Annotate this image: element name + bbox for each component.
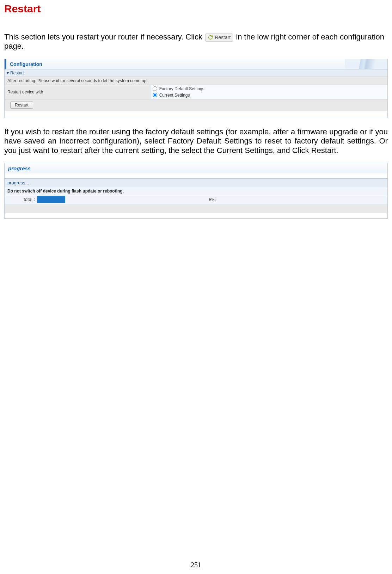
option-factory-default-label: Factory Default Settings	[159, 86, 204, 91]
restart-section-row[interactable]: ▾Restart	[5, 69, 387, 77]
progress-panel: progress progress... Do not switch off d…	[4, 163, 388, 219]
progress-track: 8%	[37, 196, 387, 203]
radio-factory-default[interactable]	[153, 86, 157, 91]
restart-button-row: Restart	[5, 99, 387, 111]
restart-section-label: Restart	[10, 71, 24, 75]
option-factory-default[interactable]: Factory Default Settings	[153, 86, 385, 92]
caret-down-icon: ▾	[7, 71, 9, 75]
option-current-settings-label: Current Settings	[159, 93, 190, 98]
inline-restart-label: Restart	[215, 35, 231, 41]
intro-text-pre: This section lets you restart your route…	[4, 32, 204, 41]
restart-options-row: Restart device with Factory Default Sett…	[5, 85, 387, 99]
intro-paragraph: This section lets you restart your route…	[4, 32, 388, 51]
restart-info-text: After restarting. Please wait for severa…	[5, 77, 387, 85]
progress-warning: Do not switch off device during flash up…	[5, 187, 387, 195]
progress-panel-header: progress	[5, 163, 387, 173]
progress-panel-empty-row	[5, 204, 387, 213]
inline-restart-button-sample: Restart	[205, 33, 233, 42]
progress-panel-bottom-space	[5, 213, 387, 218]
progress-label: total :	[5, 197, 37, 202]
progress-subheader: progress...	[5, 178, 387, 187]
panel-footer-space	[5, 111, 387, 118]
restart-button[interactable]: Restart	[10, 102, 33, 109]
page-title: Restart	[4, 3, 388, 15]
header-decoration	[345, 59, 387, 69]
progress-panel-spacer	[5, 173, 387, 178]
progress-bar-row: total : 8%	[5, 195, 387, 204]
page-number: 251	[0, 561, 392, 569]
progress-percent-text: 8%	[37, 197, 387, 202]
radio-current-settings[interactable]	[153, 93, 157, 97]
middle-paragraph: If you wish to restart the router using …	[4, 127, 388, 155]
option-current-settings[interactable]: Current Settings	[153, 92, 385, 98]
configuration-panel-title: Configuration	[10, 61, 42, 67]
configuration-panel-header: Configuration	[5, 59, 387, 69]
restart-icon	[208, 35, 213, 40]
restart-option-values: Factory Default Settings Current Setting…	[150, 85, 387, 99]
configuration-panel: Configuration ▾Restart After restarting.…	[4, 59, 388, 118]
restart-option-label: Restart device with	[5, 85, 150, 99]
